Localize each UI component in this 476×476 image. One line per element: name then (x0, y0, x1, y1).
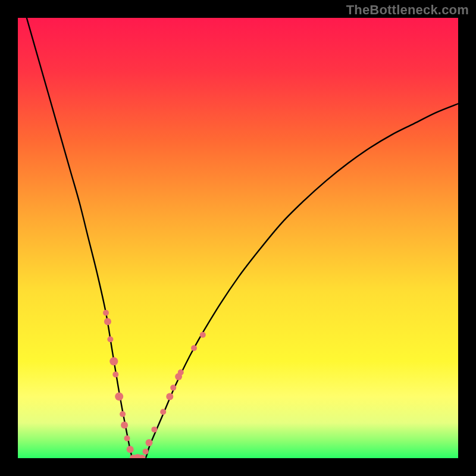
data-point (112, 371, 118, 377)
data-point (120, 411, 126, 417)
data-point (104, 318, 111, 325)
data-point (143, 449, 149, 455)
plot-area (18, 18, 458, 458)
data-point (121, 422, 128, 429)
data-point (166, 393, 173, 400)
data-point (103, 310, 109, 316)
data-point (170, 385, 176, 391)
data-point (107, 336, 113, 342)
data-point (115, 392, 123, 400)
data-point (127, 446, 134, 453)
data-point (160, 409, 166, 415)
data-point (124, 436, 130, 441)
data-point (146, 439, 153, 446)
watermark-text: TheBottleneck.com (346, 2, 469, 18)
data-point (200, 332, 206, 338)
data-points (18, 18, 458, 458)
data-point (109, 357, 118, 365)
data-point (151, 427, 157, 433)
chart-frame: TheBottleneck.com (0, 0, 476, 476)
data-point (191, 345, 197, 351)
data-point (178, 369, 184, 375)
